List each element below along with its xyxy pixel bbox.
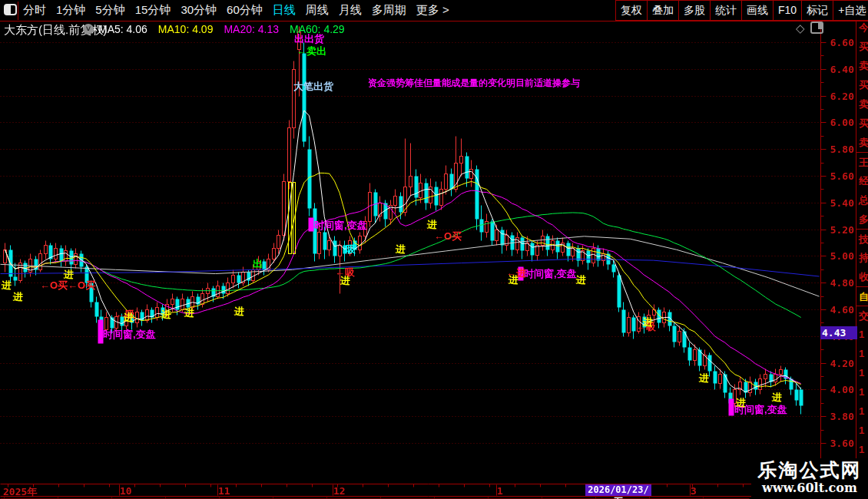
tab-6[interactable]: 日线 — [273, 3, 296, 18]
right-strip-fragment-8: 经 — [856, 171, 868, 190]
watermark-title: 乐淘公式网 — [751, 458, 868, 481]
tab-3[interactable]: 15分钟 — [135, 3, 171, 18]
period-tabs: 分时1分钟5分钟15分钟30分钟60分钟日线周线月线多周期更多 > — [23, 0, 449, 21]
current-price-badge: 4.43 — [820, 326, 857, 339]
tab-4[interactable]: 30分钟 — [181, 3, 217, 18]
annotation-3: 资金强势筹佳但量能成是量的变化明目前适道操参与 — [368, 78, 580, 88]
toolbar-button-7[interactable]: +自选 — [833, 0, 868, 21]
price-label-3.60: 3.60 — [822, 438, 854, 449]
annotation-15: ←O买←O买 — [40, 280, 95, 291]
right-strip-fragment-17: 1 — [856, 344, 868, 363]
tab-7[interactable]: 周线 — [306, 3, 329, 18]
price-label-5.20: 5.20 — [822, 224, 854, 236]
annotation-21: 进 — [161, 309, 171, 320]
toolbar-divider — [18, 2, 18, 20]
right-strip-fragment-2: 卖 — [856, 56, 868, 75]
right-strip-fragment-7: 王 — [856, 152, 868, 171]
toolbar-button-4[interactable]: 画线 — [741, 0, 774, 21]
right-strip-fragment-19: 1 — [856, 382, 868, 402]
annotation-18: 进 — [64, 269, 74, 280]
right-strip-fragment-3: 买 — [856, 75, 868, 94]
toolbar-button-6[interactable]: 标记 — [801, 0, 833, 21]
tab-5[interactable]: 60分钟 — [227, 3, 263, 18]
annotation-6: 时间窗,变盘 — [524, 269, 577, 279]
ma-value-2: MA20: 4.13 — [224, 23, 279, 35]
watermark: 乐淘公式网 www.60lt.com — [751, 458, 868, 499]
candlestick-chart-canvas[interactable] — [0, 0, 868, 499]
annotation-29: 进 — [699, 373, 709, 384]
right-strip-fragment-10: 多 — [856, 210, 868, 229]
price-label-4.80: 4.80 — [822, 277, 854, 289]
annotation-8: 出 — [253, 259, 263, 269]
annotation-4: 时间窗,变盘 — [314, 220, 367, 231]
tab-9[interactable]: 多周期 — [372, 3, 406, 18]
annotation-13: 进 — [427, 220, 437, 230]
selected-date-badge: 2026/01/23/五 — [585, 484, 651, 496]
diamond-icon[interactable]: ◇ — [796, 21, 805, 35]
right-strip-fragment-1: 买 — [856, 37, 868, 56]
annotation-22: 进 — [184, 308, 194, 319]
right-strip-fragment-15: 交 — [856, 306, 868, 325]
toolbar-button-1[interactable]: 叠加 — [647, 0, 679, 21]
split-pane-icon[interactable] — [810, 21, 823, 34]
annotation-31: 进 — [772, 392, 782, 403]
right-strip-fragment-13: 收 — [856, 267, 868, 286]
price-label-6.60: 6.60 — [822, 37, 854, 48]
price-label-4.20: 4.20 — [822, 358, 854, 369]
right-panel-edge: 今买卖买卖买卖王经总多技持收自交11111111 — [856, 17, 868, 499]
tab-10[interactable]: 更多 > — [416, 3, 449, 18]
right-strip-fragment-18: 1 — [856, 363, 868, 382]
date-label-3: 12 — [333, 485, 346, 497]
annotation-5: 时间窗,变盘 — [103, 329, 156, 340]
date-label-5: 3 — [691, 485, 697, 497]
info-bar: 大东方(日线.前复权) ˅ MA5: 4.06MA10: 4.09MA20: 4… — [0, 21, 853, 37]
date-label-0: 2025年 — [3, 485, 37, 499]
toolbar: 分时1分钟5分钟15分钟30分钟60分钟日线周线月线多周期更多 > 复权叠加多股… — [0, 0, 868, 21]
right-strip-fragment-22: 1 — [856, 440, 868, 459]
right-strip-fragment-9: 总 — [856, 190, 868, 210]
date-label-4: 1 — [497, 485, 503, 497]
annotation-16: 进 — [2, 280, 12, 291]
annotation-1: ←卖出 — [297, 46, 326, 57]
date-label-2: 11 — [218, 485, 230, 497]
annotation-20: 进 — [124, 312, 134, 323]
price-label-6.00: 6.00 — [822, 117, 854, 128]
ma-value-1: MA10: 4.09 — [158, 23, 214, 35]
ma-value-0: MA5: 4.06 — [98, 23, 147, 35]
panel-toggle-icon[interactable] — [4, 4, 17, 15]
date-label-1: 10 — [120, 485, 132, 497]
annotation-26: 进 — [576, 275, 586, 286]
price-label-4.60: 4.60 — [822, 304, 854, 316]
chevron-down-icon[interactable]: ˅ — [83, 24, 94, 35]
tab-0[interactable]: 分时 — [23, 3, 46, 18]
annotation-30: 进 — [736, 398, 746, 408]
annotation-9: 吸 — [346, 244, 356, 255]
annotation-23: 进 — [234, 306, 244, 317]
annotation-17: 进 — [13, 292, 23, 302]
right-strip-fragment-6: 卖 — [856, 133, 868, 152]
tab-8[interactable]: 月线 — [339, 3, 362, 18]
right-strip-fragment-12: 持 — [856, 248, 868, 267]
price-label-3.80: 3.80 — [822, 411, 854, 422]
annotation-2: 大笔出货 — [293, 81, 333, 92]
toolbar-button-2[interactable]: 多股 — [678, 0, 711, 21]
price-label-5.40: 5.40 — [822, 197, 854, 209]
annotation-12: 进 — [396, 244, 406, 255]
right-strip-fragment-11: 技 — [856, 229, 868, 248]
price-label-5.00: 5.00 — [822, 250, 854, 262]
toolbar-button-0[interactable]: 复权 — [615, 0, 648, 21]
annotation-11: 进 — [340, 276, 350, 286]
toolbar-buttons: 复权叠加多股统计画线F10标记+自选返回 — [616, 0, 868, 21]
tab-2[interactable]: 5分钟 — [95, 3, 124, 18]
right-strip-fragment-20: 1 — [856, 402, 868, 421]
tab-1[interactable]: 1分钟 — [56, 3, 85, 18]
right-strip-fragment-16: 1 — [856, 325, 868, 344]
toolbar-button-5[interactable]: F10 — [773, 0, 802, 21]
right-strip-fragment-21: 1 — [856, 421, 868, 440]
price-label-5.60: 5.60 — [822, 170, 854, 182]
toolbar-button-3[interactable]: 统计 — [710, 0, 742, 21]
ma-values: MA5: 4.06MA10: 4.09MA20: 4.13MA60: 4.29 — [98, 23, 356, 35]
price-label-6.40: 6.40 — [822, 64, 854, 75]
right-strip-fragment-5: 买 — [856, 114, 868, 133]
annotation-28: 进 — [643, 317, 653, 328]
